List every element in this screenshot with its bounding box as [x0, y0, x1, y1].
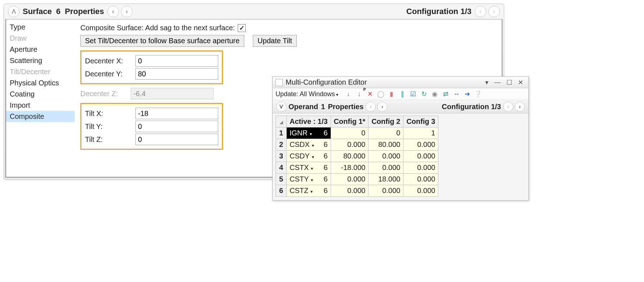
table-row[interactable]: 2CSDX▾60.00080.0000.000 [276, 139, 438, 151]
table-row[interactable]: 4CSTX▾6-18.0000.0000.000 [276, 162, 438, 174]
config2-cell[interactable]: 80.000 [368, 139, 403, 151]
table-row[interactable]: 5CSTY▾60.00018.0000.000 [276, 174, 438, 185]
tilt-y-label: Tilt Y: [85, 122, 135, 131]
add-sag-checkbox[interactable]: ✓ [238, 24, 246, 32]
mce-subheader: ᐯ Operand 1 Properties ‹ › Configuration… [273, 100, 528, 113]
properties-sidebar: TypeDrawApertureScatteringTilt/DecenterP… [6, 19, 75, 177]
header-config3[interactable]: Config 3 [403, 116, 438, 127]
toggle-icon[interactable]: ◉ [430, 90, 439, 98]
sidebar-item-scattering[interactable]: Scattering [6, 55, 75, 66]
header-config1[interactable]: Config 1* [331, 116, 368, 127]
next-surface-button[interactable]: › [121, 6, 133, 17]
row-number[interactable]: 4 [276, 162, 287, 174]
mce-prev-config-button[interactable]: ‹ [503, 102, 513, 112]
mce-prev-operand-button[interactable]: ‹ [366, 102, 376, 112]
row-number[interactable]: 2 [276, 139, 287, 151]
mce-titlebar: Multi-Configuration Editor ▾ — ☐ ✕ [273, 77, 528, 88]
ellipse-icon[interactable]: ◯ [376, 90, 385, 98]
config3-cell[interactable]: 0.000 [403, 139, 438, 151]
sidebar-item-coating[interactable]: Coating [6, 89, 75, 100]
config1-cell[interactable]: 0.000 [331, 174, 368, 185]
check-icon[interactable]: ☑ [409, 90, 417, 98]
mce-operand-label: Operand [289, 103, 318, 111]
minimize-button[interactable]: — [492, 79, 503, 86]
tool-icon[interactable]: ▮ [387, 90, 396, 98]
config3-cell[interactable]: 0.000 [403, 185, 438, 197]
dropdown-icon[interactable]: ▾ [483, 79, 491, 86]
row-number[interactable]: 5 [276, 174, 287, 185]
mce-operand-number: 1 [321, 103, 325, 111]
set-tilt-decenter-button[interactable]: Set Tilt/Decenter to follow Base surface… [80, 35, 244, 47]
table-row[interactable]: 6CSTZ▾60.0000.0000.000 [276, 185, 438, 197]
mce-config-label: Configuration 1/3 [442, 103, 501, 111]
prev-surface-button[interactable]: ‹ [107, 6, 119, 17]
insert-operand-icon[interactable]: ↓ [344, 90, 353, 98]
sidebar-item-draw: Draw [6, 33, 75, 44]
mce-operand-properties: Properties [328, 103, 363, 111]
table-row[interactable]: 3CSDY▾680.0000.0000.000 [276, 151, 438, 162]
row-number[interactable]: 1 [276, 127, 287, 139]
config1-cell[interactable]: 0.000 [331, 139, 368, 151]
tilt-y-input[interactable] [135, 121, 218, 132]
decenter-x-input[interactable] [135, 55, 218, 67]
update-tilt-button[interactable]: Update Tilt [253, 35, 297, 47]
row-number[interactable]: 6 [276, 185, 287, 197]
sidebar-item-aperture[interactable]: Aperture [6, 44, 75, 55]
tilt-x-input[interactable] [135, 108, 218, 119]
prev-config-button[interactable]: ‹ [475, 6, 486, 17]
decenter-x-label: Decenter X: [85, 57, 135, 65]
config2-cell[interactable]: 0.000 [368, 185, 403, 197]
update-dropdown[interactable]: Update: All Windows [276, 90, 338, 98]
tilt-x-label: Tilt X: [85, 109, 135, 118]
decenter-z-label: Decenter Z: [80, 90, 131, 98]
config3-cell[interactable]: 0.000 [403, 151, 438, 162]
operand-cell[interactable]: CSTY▾6 [287, 174, 331, 185]
sidebar-item-type[interactable]: Type [6, 22, 75, 33]
operand-cell[interactable]: CSDX▾6 [287, 139, 331, 151]
mce-next-operand-button[interactable]: › [377, 102, 387, 112]
swap-icon[interactable]: ⇄ [441, 90, 450, 98]
operand-cell[interactable]: CSTX▾6 [287, 162, 331, 174]
operand-cell[interactable]: CSDY▾6 [287, 151, 331, 162]
next-config-button[interactable]: › [488, 6, 500, 17]
tilt-z-label: Tilt Z: [85, 135, 135, 144]
table-corner [276, 116, 287, 127]
sidebar-item-physical-optics[interactable]: Physical Optics [6, 77, 75, 89]
maximize-button[interactable]: ☐ [504, 79, 514, 86]
bars-icon[interactable]: ‖ [398, 90, 407, 98]
config1-cell[interactable]: -18.000 [331, 162, 368, 174]
header-config2[interactable]: Config 2 [368, 116, 403, 127]
close-button[interactable]: ✕ [516, 79, 526, 86]
mce-next-config-button[interactable]: › [515, 102, 525, 112]
config2-cell[interactable]: 0.000 [368, 162, 403, 174]
decenter-y-input[interactable] [135, 68, 218, 80]
operand-cell[interactable]: IGNR▾6 [287, 127, 331, 139]
config1-cell[interactable]: 0.000 [331, 185, 368, 197]
right-arrow-icon[interactable]: ➔ [463, 90, 471, 98]
multi-config-editor-window: Multi-Configuration Editor ▾ — ☐ ✕ Updat… [272, 76, 529, 201]
config2-cell[interactable]: 18.000 [368, 174, 403, 185]
header-active[interactable]: Active : 1/3 [287, 116, 331, 127]
operand-cell[interactable]: CSTZ▾6 [287, 185, 331, 197]
config2-cell[interactable]: 0.000 [368, 151, 403, 162]
config3-cell[interactable]: 0.000 [403, 174, 438, 185]
config1-cell[interactable]: 80.000 [331, 151, 368, 162]
tilt-z-input[interactable] [135, 134, 218, 145]
config3-cell[interactable]: 0.000 [403, 162, 438, 174]
insert-pickup-icon[interactable]: ↓P [355, 90, 363, 98]
config3-cell[interactable]: 1 [403, 127, 438, 139]
refresh-icon[interactable]: ↻ [420, 90, 428, 98]
row-number[interactable]: 3 [276, 151, 287, 162]
mce-expand-toggle[interactable]: ᐯ [276, 102, 286, 112]
sidebar-item-import[interactable]: Import [6, 100, 75, 111]
config1-cell[interactable]: 0 [331, 127, 368, 139]
sidebar-item-composite[interactable]: Composite [6, 111, 75, 122]
left-right-arrow-icon[interactable]: ↔ [452, 90, 461, 98]
help-icon[interactable]: ❔ [474, 90, 482, 98]
config2-cell[interactable]: 0 [368, 127, 403, 139]
decenter-group: Decenter X: Decenter Y: [80, 50, 223, 84]
mce-table: Active : 1/3 Config 1* Config 2 Config 3… [276, 116, 438, 197]
table-row[interactable]: 1IGNR▾6001 [276, 127, 438, 139]
collapse-toggle[interactable]: ᐱ [8, 6, 19, 17]
delete-icon[interactable]: ✕ [366, 90, 374, 98]
